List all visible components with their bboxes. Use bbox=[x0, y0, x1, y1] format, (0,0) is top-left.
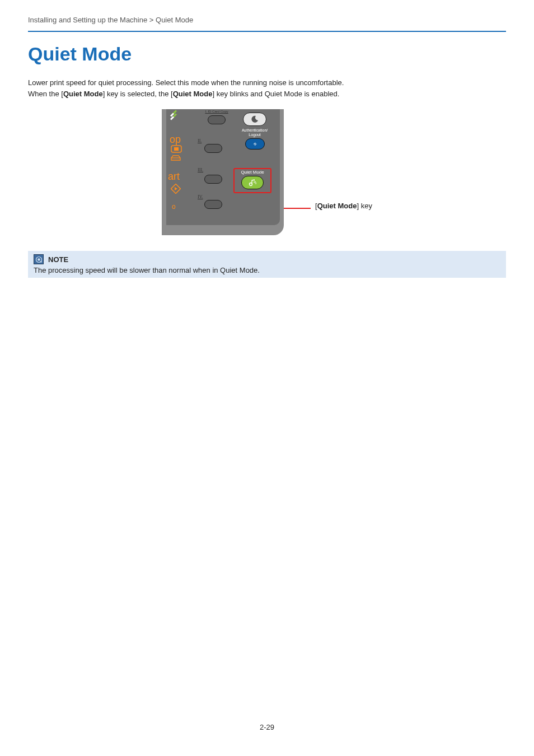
quiet-mode-label: Quiet Mode bbox=[235, 170, 270, 175]
figure-area: op art o I. ID Car bbox=[28, 109, 506, 235]
body-para-2-post: ] key blinks and Quiet Mode is enabled. bbox=[212, 90, 339, 98]
body-text: Lower print speed for quiet processing. … bbox=[28, 77, 506, 99]
svg-marker-4 bbox=[175, 187, 177, 190]
start-diamond-icon bbox=[171, 184, 181, 194]
printer-panel: op art o I. ID Car bbox=[162, 109, 284, 235]
page-number: 2-29 bbox=[0, 723, 534, 731]
svg-point-8 bbox=[40, 261, 42, 263]
callout-bold: Quiet Mode bbox=[317, 202, 357, 210]
panel-right-column: Authentication/Logout ⎆ bbox=[235, 109, 275, 150]
callout-text: [Quiet Mode] key bbox=[315, 202, 372, 210]
page-title: Quiet Mode bbox=[28, 43, 506, 65]
roman-4-label: IV. bbox=[198, 194, 203, 199]
numeric-button-4[interactable] bbox=[204, 200, 222, 209]
body-para-2-bold2: Quiet Mode bbox=[173, 90, 213, 98]
svg-rect-1 bbox=[174, 147, 179, 151]
note-title: NOTE bbox=[48, 255, 68, 264]
body-para-2-bold1: Quiet Mode bbox=[63, 90, 103, 98]
quiet-mode-button[interactable] bbox=[241, 176, 264, 189]
note-body: The processing speed will be slower than… bbox=[34, 266, 500, 274]
label-art: art bbox=[168, 171, 180, 183]
auth-logout-button[interactable]: ⎆ bbox=[245, 138, 265, 150]
diagonal-lines-icon bbox=[170, 110, 181, 122]
id-card-copy-label: I. ID Card Copy bbox=[197, 110, 236, 113]
label-op: op bbox=[170, 134, 181, 146]
callout-line bbox=[283, 208, 311, 209]
moon-icon bbox=[251, 115, 259, 123]
body-para-2-mid: ] key is selected, the [ bbox=[103, 90, 173, 98]
breadcrumb: Installing and Setting up the Machine > … bbox=[28, 16, 506, 24]
tray-icon bbox=[171, 153, 181, 158]
stop-icon bbox=[171, 145, 182, 153]
auth-label: Authentication/Logout bbox=[235, 128, 275, 137]
panel-middle-column: I. ID Card Copy bbox=[197, 109, 236, 124]
body-para-2-pre: When the [ bbox=[28, 90, 63, 98]
header-divider bbox=[28, 31, 506, 32]
label-o: o bbox=[172, 203, 176, 211]
quiet-mode-highlight: Quiet Mode bbox=[233, 168, 271, 193]
svg-point-7 bbox=[38, 258, 40, 260]
numeric-button-1[interactable] bbox=[208, 115, 226, 124]
note-header: NOTE bbox=[34, 254, 500, 264]
panel-inner: op art o I. ID Car bbox=[166, 109, 280, 225]
energy-saver-button[interactable] bbox=[243, 113, 266, 126]
numeric-button-2[interactable] bbox=[204, 144, 222, 153]
panel-left-strip: op art o bbox=[166, 109, 189, 225]
body-para-1: Lower print speed for quiet processing. … bbox=[28, 78, 344, 87]
note-box: NOTE The processing speed will be slower… bbox=[28, 251, 506, 278]
note-icon bbox=[34, 254, 44, 264]
roman-2-label: II. bbox=[198, 138, 202, 143]
roman-3-label: III. bbox=[198, 167, 203, 172]
printer-panel-wrapper: op art o I. ID Car bbox=[162, 109, 284, 235]
quiet-mode-icon bbox=[248, 179, 257, 186]
logout-icon: ⎆ bbox=[254, 141, 256, 147]
numeric-button-3[interactable] bbox=[204, 175, 222, 184]
